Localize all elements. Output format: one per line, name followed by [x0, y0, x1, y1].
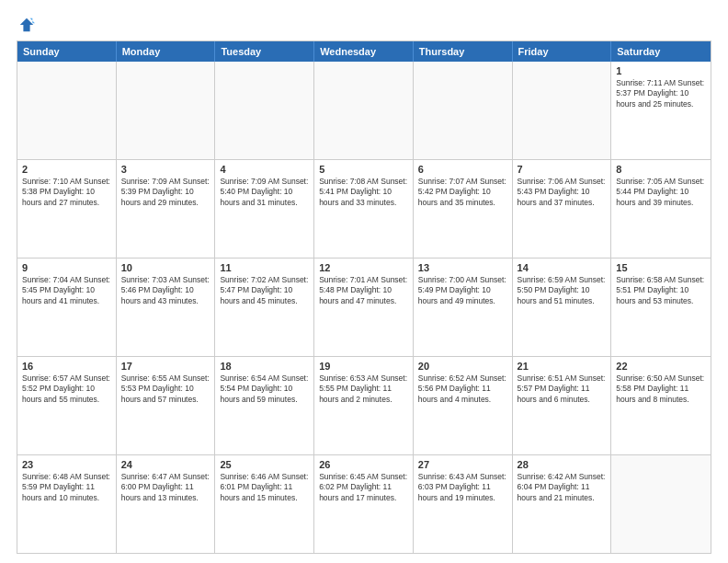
calendar-cell: 2Sunrise: 7:10 AM Sunset: 5:38 PM Daylig… — [17, 160, 117, 258]
calendar-cell: 25Sunrise: 6:46 AM Sunset: 6:01 PM Dayli… — [215, 455, 314, 553]
calendar-cell: 8Sunrise: 7:05 AM Sunset: 5:44 PM Daylig… — [611, 160, 711, 258]
calendar-cell: 27Sunrise: 6:43 AM Sunset: 6:03 PM Dayli… — [414, 455, 513, 553]
day-number: 7 — [518, 164, 607, 175]
header-day-friday: Friday — [513, 41, 612, 62]
day-number: 16 — [22, 361, 111, 372]
calendar-cell: 26Sunrise: 6:45 AM Sunset: 6:02 PM Dayli… — [314, 455, 414, 553]
calendar-cell: 4Sunrise: 7:09 AM Sunset: 5:40 PM Daylig… — [215, 160, 314, 258]
cell-info: Sunrise: 7:08 AM Sunset: 5:41 PM Dayligh… — [319, 177, 408, 208]
calendar-cell: 24Sunrise: 6:47 AM Sunset: 6:00 PM Dayli… — [117, 455, 216, 553]
calendar-cell: 9Sunrise: 7:04 AM Sunset: 5:45 PM Daylig… — [17, 259, 117, 356]
header-day-thursday: Thursday — [414, 41, 513, 62]
header-day-monday: Monday — [117, 41, 216, 62]
cell-info: Sunrise: 7:02 AM Sunset: 5:47 PM Dayligh… — [220, 275, 309, 306]
day-number: 1 — [616, 65, 706, 76]
day-number: 6 — [418, 164, 507, 175]
calendar-cell: 3Sunrise: 7:09 AM Sunset: 5:39 PM Daylig… — [117, 160, 216, 258]
cell-info: Sunrise: 6:57 AM Sunset: 5:52 PM Dayligh… — [22, 373, 111, 405]
day-number: 10 — [121, 262, 210, 273]
day-number: 5 — [319, 164, 408, 175]
day-number: 14 — [518, 262, 607, 273]
calendar-cell: 1Sunrise: 7:11 AM Sunset: 5:37 PM Daylig… — [611, 62, 711, 159]
calendar-cell: 15Sunrise: 6:58 AM Sunset: 5:51 PM Dayli… — [611, 259, 711, 356]
cell-info: Sunrise: 7:09 AM Sunset: 5:40 PM Dayligh… — [220, 177, 309, 208]
cell-info: Sunrise: 6:52 AM Sunset: 5:56 PM Dayligh… — [418, 373, 507, 405]
calendar-cell: 10Sunrise: 7:03 AM Sunset: 5:46 PM Dayli… — [117, 259, 216, 356]
calendar-row-4: 23Sunrise: 6:48 AM Sunset: 5:59 PM Dayli… — [17, 454, 711, 553]
cell-info: Sunrise: 7:00 AM Sunset: 5:49 PM Dayligh… — [418, 275, 507, 306]
cell-info: Sunrise: 6:47 AM Sunset: 6:00 PM Dayligh… — [121, 472, 210, 503]
day-number: 4 — [220, 164, 309, 175]
calendar-cell — [611, 455, 711, 553]
calendar-cell: 22Sunrise: 6:50 AM Sunset: 5:58 PM Dayli… — [611, 357, 711, 454]
header-day-wednesday: Wednesday — [314, 41, 414, 62]
cell-info: Sunrise: 6:48 AM Sunset: 5:59 PM Dayligh… — [22, 472, 111, 503]
day-number: 13 — [418, 262, 507, 273]
header-day-sunday: Sunday — [17, 41, 117, 62]
cell-info: Sunrise: 7:06 AM Sunset: 5:43 PM Dayligh… — [518, 177, 607, 208]
calendar-cell: 21Sunrise: 6:51 AM Sunset: 5:57 PM Dayli… — [513, 357, 612, 454]
calendar-cell: 28Sunrise: 6:42 AM Sunset: 6:04 PM Dayli… — [513, 455, 612, 553]
cell-info: Sunrise: 7:03 AM Sunset: 5:46 PM Dayligh… — [121, 275, 210, 306]
calendar-cell — [314, 62, 414, 159]
cell-info: Sunrise: 6:59 AM Sunset: 5:50 PM Dayligh… — [518, 275, 607, 306]
cell-info: Sunrise: 6:54 AM Sunset: 5:54 PM Dayligh… — [220, 373, 309, 405]
day-number: 28 — [518, 459, 607, 470]
calendar-cell: 16Sunrise: 6:57 AM Sunset: 5:52 PM Dayli… — [17, 357, 117, 454]
cell-info: Sunrise: 6:53 AM Sunset: 5:55 PM Dayligh… — [319, 373, 408, 405]
calendar-body: 1Sunrise: 7:11 AM Sunset: 5:37 PM Daylig… — [17, 62, 711, 553]
cell-info: Sunrise: 7:01 AM Sunset: 5:48 PM Dayligh… — [319, 275, 408, 306]
calendar-cell: 7Sunrise: 7:06 AM Sunset: 5:43 PM Daylig… — [513, 160, 612, 258]
cell-info: Sunrise: 6:55 AM Sunset: 5:53 PM Dayligh… — [121, 373, 210, 405]
day-number: 11 — [220, 262, 309, 273]
calendar-row-0: 1Sunrise: 7:11 AM Sunset: 5:37 PM Daylig… — [17, 62, 711, 159]
cell-info: Sunrise: 7:07 AM Sunset: 5:42 PM Dayligh… — [418, 177, 507, 208]
calendar-cell: 18Sunrise: 6:54 AM Sunset: 5:54 PM Dayli… — [215, 357, 314, 454]
day-number: 2 — [22, 164, 111, 175]
calendar-cell: 13Sunrise: 7:00 AM Sunset: 5:49 PM Dayli… — [414, 259, 513, 356]
calendar-cell: 17Sunrise: 6:55 AM Sunset: 5:53 PM Dayli… — [117, 357, 216, 454]
calendar-row-3: 16Sunrise: 6:57 AM Sunset: 5:52 PM Dayli… — [17, 356, 711, 454]
day-number: 18 — [220, 361, 309, 372]
day-number: 26 — [319, 459, 408, 470]
calendar-cell: 5Sunrise: 7:08 AM Sunset: 5:41 PM Daylig… — [314, 160, 414, 258]
page: SundayMondayTuesdayWednesdayThursdayFrid… — [0, 0, 728, 563]
day-number: 3 — [121, 164, 210, 175]
logo-icon — [18, 17, 35, 33]
cell-info: Sunrise: 7:04 AM Sunset: 5:45 PM Dayligh… — [22, 275, 111, 306]
svg-marker-0 — [20, 18, 33, 31]
cell-info: Sunrise: 7:10 AM Sunset: 5:38 PM Dayligh… — [22, 177, 111, 208]
cell-info: Sunrise: 6:42 AM Sunset: 6:04 PM Dayligh… — [518, 472, 607, 503]
cell-info: Sunrise: 7:05 AM Sunset: 5:44 PM Dayligh… — [616, 177, 706, 208]
day-number: 24 — [121, 459, 210, 470]
day-number: 9 — [22, 262, 111, 273]
day-number: 15 — [616, 262, 706, 273]
day-number: 27 — [418, 459, 507, 470]
day-number: 25 — [220, 459, 309, 470]
cell-info: Sunrise: 7:09 AM Sunset: 5:39 PM Dayligh… — [121, 177, 210, 208]
calendar-cell: 20Sunrise: 6:52 AM Sunset: 5:56 PM Dayli… — [414, 357, 513, 454]
cell-info: Sunrise: 7:11 AM Sunset: 5:37 PM Dayligh… — [616, 78, 706, 109]
cell-info: Sunrise: 6:45 AM Sunset: 6:02 PM Dayligh… — [319, 472, 408, 503]
day-number: 12 — [319, 262, 408, 273]
calendar-cell: 14Sunrise: 6:59 AM Sunset: 5:50 PM Dayli… — [513, 259, 612, 356]
header-day-saturday: Saturday — [611, 41, 711, 62]
calendar-cell: 23Sunrise: 6:48 AM Sunset: 5:59 PM Dayli… — [17, 455, 117, 553]
calendar: SundayMondayTuesdayWednesdayThursdayFrid… — [17, 40, 711, 554]
calendar-cell — [414, 62, 513, 159]
calendar-cell: 19Sunrise: 6:53 AM Sunset: 5:55 PM Dayli… — [314, 357, 414, 454]
calendar-row-2: 9Sunrise: 7:04 AM Sunset: 5:45 PM Daylig… — [17, 258, 711, 356]
header-day-tuesday: Tuesday — [215, 41, 314, 62]
calendar-cell — [215, 62, 314, 159]
cell-info: Sunrise: 6:46 AM Sunset: 6:01 PM Dayligh… — [220, 472, 309, 503]
cell-info: Sunrise: 6:51 AM Sunset: 5:57 PM Dayligh… — [518, 373, 607, 405]
day-number: 20 — [418, 361, 507, 372]
header — [17, 17, 711, 33]
day-number: 17 — [121, 361, 210, 372]
cell-info: Sunrise: 6:50 AM Sunset: 5:58 PM Dayligh… — [616, 373, 706, 405]
calendar-row-1: 2Sunrise: 7:10 AM Sunset: 5:38 PM Daylig… — [17, 159, 711, 258]
day-number: 22 — [616, 361, 706, 372]
day-number: 19 — [319, 361, 408, 372]
calendar-cell: 12Sunrise: 7:01 AM Sunset: 5:48 PM Dayli… — [314, 259, 414, 356]
day-number: 23 — [22, 459, 111, 470]
